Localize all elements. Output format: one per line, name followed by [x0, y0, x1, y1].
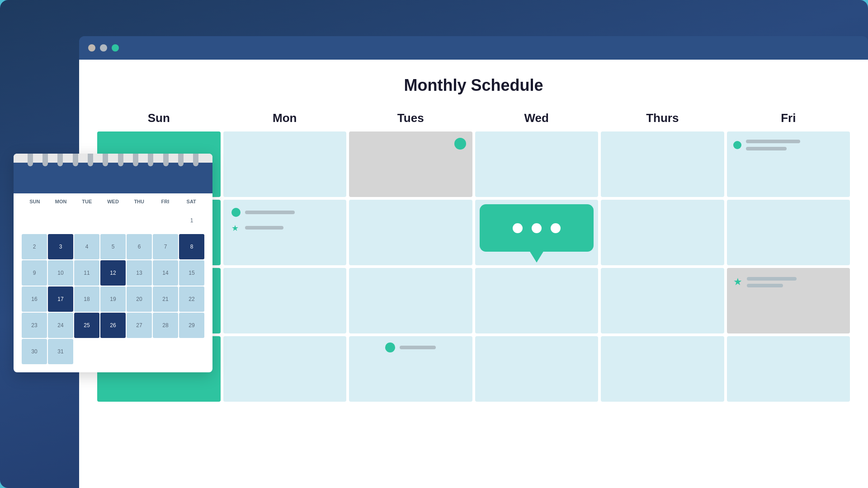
- cell-tues-2[interactable]: [349, 200, 472, 265]
- mini-cell-empty[interactable]: [48, 208, 73, 233]
- mini-cell-15[interactable]: 15: [179, 260, 204, 286]
- mini-cell-3[interactable]: 3: [48, 234, 73, 259]
- fri-row1-content: [733, 140, 800, 150]
- mini-cell-12[interactable]: 12: [100, 260, 126, 286]
- mini-calendar-widget: SUN MON TUE WED THU FRI SAT 1 2 3 4 5 6 …: [14, 154, 212, 372]
- mini-cell-empty[interactable]: [127, 339, 152, 364]
- tues-row4-content: [385, 343, 436, 352]
- cell-mon-2[interactable]: ★: [223, 200, 347, 265]
- mini-cell-22[interactable]: 22: [179, 286, 204, 312]
- browser-titlebar: [79, 36, 868, 60]
- mini-cell-13[interactable]: 13: [127, 260, 152, 286]
- mini-cell-empty[interactable]: [127, 208, 152, 233]
- mini-cell-5[interactable]: 5: [100, 234, 126, 259]
- mini-cell-16[interactable]: 16: [22, 286, 47, 312]
- mon-item-1: [231, 208, 295, 217]
- mini-cell-2[interactable]: 2: [22, 234, 47, 259]
- spiral-ring: [193, 154, 198, 166]
- day-header-mon: Mon: [223, 108, 347, 129]
- spiral-ring: [57, 154, 63, 166]
- cell-tues-1[interactable]: [349, 131, 472, 197]
- spiral-ring: [178, 154, 184, 166]
- mini-cell-empty[interactable]: [153, 208, 178, 233]
- mini-cell-empty[interactable]: [22, 208, 47, 233]
- tues-row4-dot: [385, 343, 395, 352]
- traffic-light-red[interactable]: [88, 44, 95, 52]
- cell-wed-4[interactable]: [475, 336, 599, 402]
- mini-cell-21[interactable]: 21: [153, 286, 178, 312]
- fri-row3-content: ★: [733, 276, 797, 288]
- mini-cell-empty[interactable]: [153, 339, 178, 364]
- day-header-thurs: Thurs: [601, 108, 724, 129]
- day-header-fri: Fri: [727, 108, 850, 129]
- tues-dot-indicator: [454, 138, 466, 150]
- mini-cell-24[interactable]: 24: [48, 313, 73, 338]
- cell-tues-3[interactable]: [349, 268, 472, 333]
- mini-cell-6[interactable]: 6: [127, 234, 152, 259]
- cell-fri-2[interactable]: [727, 200, 850, 265]
- page-title: Monthly Schedule: [79, 60, 868, 108]
- mini-calendar-day-labels: SUN MON TUE WED THU FRI SAT: [22, 199, 204, 204]
- fri-line-short: [746, 147, 787, 150]
- mini-cell-17[interactable]: 17: [48, 286, 73, 312]
- cell-mon-1[interactable]: [223, 131, 347, 197]
- mini-cell-empty[interactable]: [179, 339, 204, 364]
- mini-cell-empty[interactable]: [100, 339, 126, 364]
- mini-cell-9[interactable]: 9: [22, 260, 47, 286]
- traffic-light-yellow[interactable]: [100, 44, 107, 52]
- mini-cell-18[interactable]: 18: [74, 286, 99, 312]
- cell-fri-4[interactable]: [727, 336, 850, 402]
- tues-row4-line: [400, 346, 436, 349]
- mini-cell-empty[interactable]: [74, 208, 99, 233]
- chat-dot-2: [532, 223, 542, 233]
- cell-wed-1[interactable]: [475, 131, 599, 197]
- cell-wed-2[interactable]: [475, 200, 599, 265]
- mini-cell-4[interactable]: 4: [74, 234, 99, 259]
- fri-lines-1: [746, 140, 800, 150]
- fri-line-long: [746, 140, 800, 143]
- mini-cell-23[interactable]: 23: [22, 313, 47, 338]
- day-header-wed: Wed: [475, 108, 599, 129]
- mini-cell-14[interactable]: 14: [153, 260, 178, 286]
- cell-wed-3[interactable]: [475, 268, 599, 333]
- cell-mon-3[interactable]: [223, 268, 347, 333]
- mon-star-icon: ★: [231, 223, 241, 232]
- cell-thurs-4[interactable]: [601, 336, 724, 402]
- mini-cell-7[interactable]: 7: [153, 234, 178, 259]
- mini-cell-10[interactable]: 10: [48, 260, 73, 286]
- mini-calendar-grid: 1 2 3 4 5 6 7 8 9 10 11 12 13 14 15 16 1…: [22, 208, 204, 364]
- mini-day-sat: SAT: [178, 199, 204, 204]
- fri-dot-1: [733, 141, 741, 149]
- mini-cell-19[interactable]: 19: [100, 286, 126, 312]
- mini-cell-25[interactable]: 25: [74, 313, 99, 338]
- mon-line-short: [245, 226, 283, 230]
- mini-cell-empty[interactable]: [100, 208, 126, 233]
- mini-cell-31[interactable]: 31: [48, 339, 73, 364]
- mini-cell-11[interactable]: 11: [74, 260, 99, 286]
- cell-fri-3[interactable]: ★: [727, 268, 850, 333]
- spiral-ring: [148, 154, 153, 166]
- cell-fri-1[interactable]: [727, 131, 850, 197]
- chat-dot-1: [513, 223, 523, 233]
- mini-cell-empty[interactable]: [74, 339, 99, 364]
- mini-cell-20[interactable]: 20: [127, 286, 152, 312]
- traffic-light-green[interactable]: [112, 44, 119, 52]
- mini-cell-26[interactable]: 26: [100, 313, 126, 338]
- cell-thurs-1[interactable]: [601, 131, 724, 197]
- fri-row3-lines: [747, 277, 797, 287]
- cell-thurs-2[interactable]: [601, 200, 724, 265]
- day-header-sun: Sun: [97, 108, 221, 129]
- spiral-ring: [73, 154, 78, 166]
- mini-cell-1[interactable]: 1: [179, 208, 204, 233]
- mini-cell-29[interactable]: 29: [179, 313, 204, 338]
- spiral-ring: [42, 154, 48, 166]
- cell-thurs-3[interactable]: [601, 268, 724, 333]
- mini-cell-8[interactable]: 8: [179, 234, 204, 259]
- mini-cell-27[interactable]: 27: [127, 313, 152, 338]
- chat-dot-3: [551, 223, 561, 233]
- mini-cell-30[interactable]: 30: [22, 339, 47, 364]
- cell-tues-4[interactable]: [349, 336, 472, 402]
- cell-mon-4[interactable]: [223, 336, 347, 402]
- mini-cell-28[interactable]: 28: [153, 313, 178, 338]
- fri-row3-line-1: [747, 277, 797, 281]
